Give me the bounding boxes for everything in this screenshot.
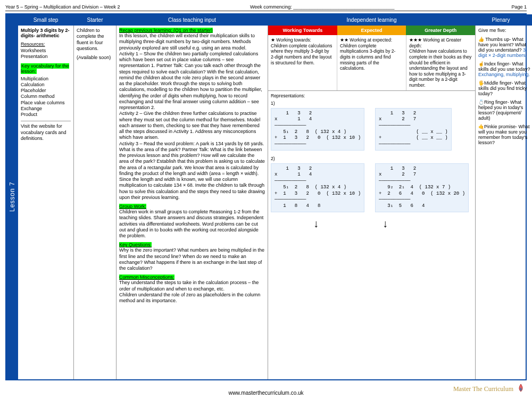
lesson-tab: Lesson 7: [6, 14, 18, 379]
arrow-down-icon: ↓: [313, 218, 319, 230]
starter-column: Children to complete the fluent in four …: [74, 26, 117, 379]
expected-text: ★★ Working at expected: Children complet…: [337, 35, 406, 90]
starter-text: Children to complete the fluent in four …: [77, 28, 113, 52]
rep2-label: 2): [271, 156, 472, 161]
resources-label: Resources:: [21, 41, 71, 47]
footer-url: www.masterthecurriculum.co.uk: [0, 390, 532, 396]
header-small-step: Small step: [18, 14, 74, 26]
header-plenary: Plenary: [476, 14, 527, 26]
plenary-ring: 💍Ring finger- What helped you in today's…: [478, 99, 531, 121]
recap-label: Recap previous learning: (Q1 on the star…: [119, 28, 213, 33]
brand-logo: Master The Curriculum: [453, 384, 525, 395]
plenary-pinkie: 🤙Pinkie promise- What will you make sure…: [478, 124, 531, 145]
key-questions-label: Key Questions:: [119, 242, 152, 247]
independent-column: Working Towards Expected Greater Depth ★…: [268, 26, 476, 379]
starter-note: (Available soon): [77, 55, 113, 60]
header-bar: Year 5 – Spring – Multiplication and Div…: [5, 4, 527, 11]
brand-text: Master The Curriculum: [453, 385, 513, 393]
header-starter: Starter: [74, 14, 117, 26]
expected-head: Expected: [337, 26, 406, 35]
header-teaching: Class teaching input: [117, 14, 268, 26]
teaching-main: In this lesson, the children will extend…: [119, 33, 265, 201]
page-number: Page 1: [495, 4, 527, 10]
rep1-left: 1 3 2 x 1 4 ─────────── 5₁ 2 8 ( 132 x 4…: [271, 108, 364, 151]
lesson-frame: Lesson 7 Small step Starter Class teachi…: [5, 13, 527, 380]
resources-list: Worksheets Presentation: [21, 48, 71, 60]
arrow-down-icon: ↓: [383, 218, 388, 230]
misconceptions-label: Common Misconceptions:: [119, 275, 174, 280]
plenary-thumbs: 👍 Thumbs up- What have you learnt? What …: [478, 37, 526, 53]
vocab-list: Multiplication Calculation Placeholder C…: [21, 76, 71, 118]
plenary-column: Give me five: 👍 Thumbs up- What have you…: [476, 26, 532, 379]
rep1-right: 1 3 2 x 2 7 ─────────── ( __ x __ ) + ( …: [375, 108, 452, 151]
week-commencing: Week commencing: _______________________…: [250, 4, 495, 10]
rep1-label: 1): [271, 101, 472, 106]
working-towards-text: ★ Working towards: Children complete cal…: [268, 35, 337, 90]
header-independent: Independent learning: [268, 14, 476, 26]
column-headers: Small step Starter Class teaching input …: [18, 14, 532, 26]
differentiation-body: ★ Working towards: Children complete cal…: [268, 35, 475, 91]
group-work-text: Children work in small groups to complet…: [119, 209, 265, 239]
plenary-index-answer: Exchanging, multiplying.: [478, 72, 530, 77]
rep2-right: 1 3 2 x 2 7 ─────────── 9₂ 2₁ 4 ( 132 x …: [375, 163, 469, 212]
plenary-middle: 🖐Middle finger- What skills did you find…: [478, 80, 531, 96]
vocab-label: Key vocabulary for the lesson:: [21, 63, 69, 74]
doc-title: Year 5 – Spring – Multiplication and Div…: [5, 4, 250, 10]
rep2-left: 1 3 2 x 1 4 ─────────── 5₁ 2 8 ( 132 x 4…: [271, 163, 364, 212]
vocab-note: Visit the website for vocabulary cards a…: [21, 121, 71, 142]
working-towards-head: Working Towards: [268, 26, 337, 35]
differentiation-headers: Working Towards Expected Greater Depth: [268, 26, 475, 35]
small-step-column: Multiply 3 digits by 2-digits- arithmeti…: [18, 26, 74, 379]
misconceptions-text: They understand the steps to take in the…: [119, 280, 265, 304]
flame-icon: [517, 384, 525, 395]
plenary-intro: Give me five:: [478, 28, 531, 34]
representations-zone: Representations: 1) 1 3 2 x 1 4 ────────…: [268, 91, 475, 232]
group-work-label: Group Work:: [119, 204, 146, 209]
representations-label: Representations:: [271, 93, 472, 98]
small-step-title: Multiply 3 digits by 2-digits- arithmeti…: [21, 28, 71, 38]
teaching-column: Recap previous learning: (Q1 on the star…: [117, 26, 268, 379]
plenary-index: ☝Index finger- What skills did you use t…: [478, 61, 530, 72]
greater-depth-head: Greater Depth: [406, 26, 475, 35]
greater-depth-text: ★★★ Working at Greater depth: Children h…: [406, 35, 475, 90]
key-questions-text: Why is the zero important? What numbers …: [119, 247, 265, 271]
